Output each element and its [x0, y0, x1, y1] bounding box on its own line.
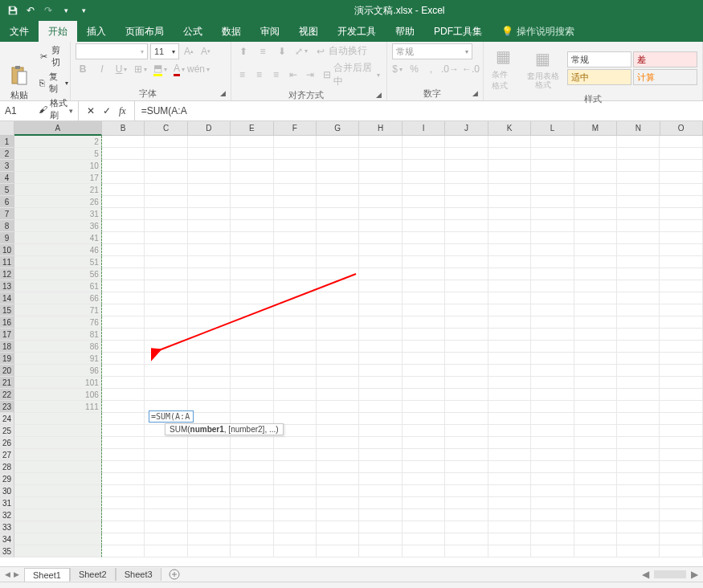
cell[interactable]	[531, 208, 574, 220]
cell[interactable]	[531, 280, 574, 292]
align-center-icon[interactable]: ≡	[253, 67, 265, 82]
cell[interactable]	[188, 196, 231, 208]
cell[interactable]	[14, 437, 102, 449]
cell[interactable]	[574, 196, 617, 208]
cell[interactable]	[359, 268, 402, 280]
cell[interactable]	[231, 437, 273, 449]
cell[interactable]	[488, 521, 531, 533]
cell-style-calc[interactable]: 计算	[633, 69, 697, 85]
cell[interactable]	[188, 521, 231, 533]
cell[interactable]	[660, 184, 702, 196]
cell[interactable]	[145, 353, 187, 365]
cell[interactable]	[488, 461, 531, 473]
cell[interactable]	[403, 148, 445, 160]
cell[interactable]	[617, 172, 660, 184]
cell[interactable]	[145, 160, 187, 172]
cell[interactable]	[445, 485, 488, 497]
cell[interactable]	[274, 256, 317, 268]
add-sheet-button[interactable]	[166, 568, 182, 581]
cell[interactable]	[359, 256, 402, 268]
cell[interactable]	[488, 184, 531, 196]
cell[interactable]	[145, 220, 187, 232]
cell[interactable]	[660, 533, 702, 545]
decrease-font-icon[interactable]: A▾	[198, 44, 213, 59]
cell[interactable]	[617, 304, 660, 316]
cell[interactable]	[574, 244, 617, 256]
cell[interactable]	[574, 353, 617, 365]
row-header-18[interactable]: 18	[0, 341, 14, 353]
cell[interactable]	[445, 353, 488, 365]
name-box[interactable]: A1 ▾	[0, 101, 79, 120]
cell[interactable]	[317, 485, 359, 497]
cell[interactable]	[574, 341, 617, 353]
cell[interactable]: 10	[14, 160, 102, 172]
cell[interactable]	[274, 136, 317, 148]
tab-formulas[interactable]: 公式	[174, 21, 212, 42]
row-header-4[interactable]: 4	[0, 172, 14, 184]
cell[interactable]	[574, 208, 617, 220]
cell[interactable]	[445, 184, 488, 196]
cell[interactable]	[574, 232, 617, 244]
sheet-nav-next-icon[interactable]: ▶	[14, 570, 19, 578]
cell[interactable]	[274, 437, 317, 449]
row-header-5[interactable]: 5	[0, 184, 14, 196]
font-size-combo[interactable]: 11▾	[150, 43, 179, 59]
cell[interactable]	[188, 280, 231, 292]
cell[interactable]	[403, 244, 445, 256]
cell[interactable]	[359, 545, 402, 557]
cell[interactable]	[445, 160, 488, 172]
cell[interactable]	[188, 208, 231, 220]
cell[interactable]: 81	[14, 329, 102, 341]
row-header-30[interactable]: 30	[0, 485, 14, 497]
cell[interactable]	[274, 329, 317, 341]
cell[interactable]	[445, 196, 488, 208]
cell[interactable]	[317, 389, 359, 401]
cell[interactable]	[274, 365, 317, 377]
cell[interactable]	[14, 413, 102, 425]
tab-developer[interactable]: 开发工具	[328, 21, 386, 42]
cell[interactable]	[145, 545, 187, 557]
cell[interactable]	[445, 208, 488, 220]
cell[interactable]	[145, 148, 187, 160]
row-header-14[interactable]: 14	[0, 292, 14, 304]
cell[interactable]	[188, 160, 231, 172]
cell[interactable]	[617, 401, 660, 413]
cell[interactable]	[574, 437, 617, 449]
comma-icon[interactable]: ,	[426, 62, 436, 76]
cell[interactable]	[102, 304, 145, 316]
col-header-D[interactable]: D	[188, 121, 231, 136]
cell[interactable]	[145, 208, 187, 220]
row-header-32[interactable]: 32	[0, 509, 14, 521]
undo-icon[interactable]: ↶	[24, 4, 37, 17]
cell[interactable]	[188, 365, 231, 377]
cell[interactable]	[14, 449, 102, 461]
cell[interactable]	[231, 268, 273, 280]
col-header-M[interactable]: M	[574, 121, 617, 136]
cell[interactable]	[102, 208, 145, 220]
cell[interactable]	[145, 473, 187, 485]
cell[interactable]	[574, 329, 617, 341]
font-launcher[interactable]: ◢	[220, 89, 226, 97]
cell[interactable]	[531, 365, 574, 377]
cell[interactable]	[617, 365, 660, 377]
cell[interactable]: 17	[14, 172, 102, 184]
col-header-J[interactable]: J	[445, 121, 488, 136]
cell[interactable]	[617, 184, 660, 196]
cell[interactable]	[531, 220, 574, 232]
number-format-combo[interactable]: 常规▾	[392, 43, 472, 59]
cell[interactable]	[617, 244, 660, 256]
cell[interactable]	[660, 377, 702, 389]
cell[interactable]	[660, 208, 702, 220]
cell[interactable]	[531, 244, 574, 256]
col-header-H[interactable]: H	[359, 121, 402, 136]
cell[interactable]	[574, 292, 617, 304]
cell[interactable]	[145, 341, 187, 353]
cell[interactable]	[359, 292, 402, 304]
cell[interactable]	[317, 172, 359, 184]
cell[interactable]	[617, 497, 660, 509]
cell[interactable]	[488, 413, 531, 425]
cell[interactable]	[231, 160, 273, 172]
cell[interactable]	[617, 208, 660, 220]
cell[interactable]	[488, 220, 531, 232]
cell[interactable]	[660, 172, 702, 184]
